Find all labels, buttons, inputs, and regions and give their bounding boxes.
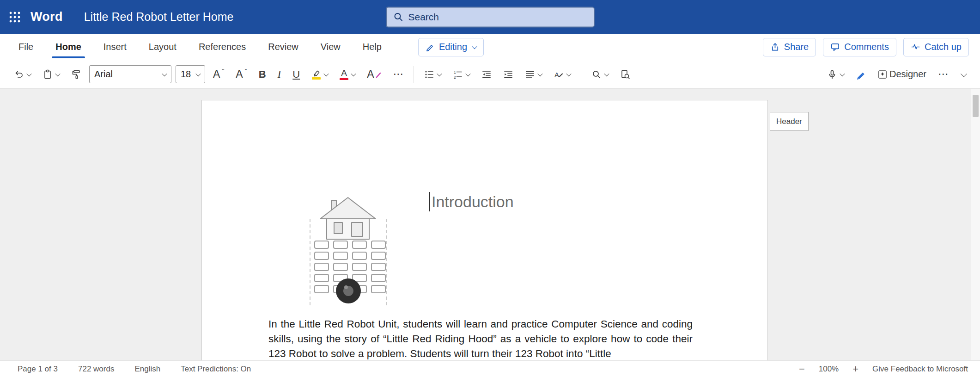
undo-icon [14,69,24,80]
vertical-scrollbar[interactable] [971,89,980,360]
more-formatting-button[interactable]: ⋯ [389,66,407,83]
clear-formatting-button[interactable]: A [363,66,385,83]
activity-pulse-icon [911,42,920,52]
microphone-icon [827,69,837,80]
page-count[interactable]: Page 1 of 3 [18,365,58,374]
font-name-value: Arial [94,69,113,80]
language-indicator[interactable]: English [134,365,160,374]
toolbar-divider [581,66,581,83]
document-page[interactable]: Introduction In the Little Red Robot Uni… [201,100,768,360]
format-painter-button[interactable] [67,66,85,83]
tab-references[interactable]: References [188,34,257,60]
chevron-down-icon [351,71,356,76]
font-size-select[interactable]: 18 [176,65,205,83]
styles-button[interactable]: A [550,66,574,83]
share-button[interactable]: Share [763,38,816,56]
bullets-button[interactable] [420,66,445,83]
status-bar: Page 1 of 3 722 words English Text Predi… [0,360,980,377]
increase-indent-button[interactable] [499,66,517,83]
paste-button[interactable] [39,66,63,83]
tab-review[interactable]: Review [257,34,310,60]
app-launcher-button[interactable] [0,0,30,34]
highlighter-icon [311,69,321,80]
tab-insert[interactable]: Insert [92,34,138,60]
catch-up-label: Catch up [925,42,962,52]
tab-layout[interactable]: Layout [138,34,188,60]
find-button[interactable] [588,66,612,83]
align-button[interactable] [521,66,546,83]
numbering-button[interactable]: 1 2 [449,66,474,83]
ribbon-tab-row: File Home Insert Layout References Revie… [0,34,980,60]
document-search-button[interactable] [616,66,634,83]
text-predictions-toggle[interactable]: Text Predictions: On [181,365,251,374]
tab-view[interactable]: View [310,34,352,60]
chevron-down-icon [162,71,167,76]
page-search-icon [620,69,630,80]
chevron-down-icon [323,71,329,76]
outdent-icon [481,69,492,80]
clipboard-icon [43,69,53,80]
numbered-list-icon: 1 2 [453,69,463,80]
comments-button[interactable]: Comments [823,38,896,56]
share-icon [770,42,780,52]
chevron-down-icon [195,71,201,76]
underline-button[interactable]: U [289,66,304,83]
zoom-in-button[interactable]: + [852,364,858,374]
align-justify-icon [525,69,535,80]
dictate-button[interactable] [823,66,848,83]
feedback-link[interactable]: Give Feedback to Microsoft [872,365,968,374]
document-image[interactable] [307,192,390,309]
pencil-icon [426,43,435,52]
header-label: Header [770,112,809,131]
font-color-button[interactable]: A [336,65,359,83]
chevron-down-icon [437,71,442,76]
tab-file[interactable]: File [7,34,44,60]
tab-home[interactable]: Home [44,34,92,60]
designer-label: Designer [889,69,926,80]
shrink-font-icon: A [236,69,243,80]
toolbar-overflow-button[interactable]: ⋯ [934,66,952,83]
chevron-down-icon [466,71,471,76]
svg-text:2: 2 [454,74,456,79]
decrease-indent-button[interactable] [478,66,495,83]
undo-button[interactable] [10,66,35,83]
house-robot-sketch [307,192,390,309]
chevron-down-icon [26,71,31,76]
zoom-level[interactable]: 100% [819,365,839,374]
editing-label: Editing [439,42,467,52]
editing-mode-button[interactable]: Editing [418,38,484,56]
document-paragraph: In the Little Red Robot Unit, students w… [268,317,693,360]
font-size-value: 18 [181,69,191,80]
document-title[interactable]: Little Red Robot Letter Home [84,10,234,24]
font-name-select[interactable]: Arial [89,65,171,83]
tab-help[interactable]: Help [352,34,393,60]
scrollbar-thumb[interactable] [973,95,979,117]
chevron-down-icon [566,71,572,76]
zoom-out-button[interactable]: − [799,364,805,374]
app-name[interactable]: Word [30,10,63,24]
status-left: Page 1 of 3 722 words English Text Predi… [18,365,251,374]
designer-button[interactable]: Designer [874,66,930,83]
document-heading: Introduction [429,192,514,211]
share-label: Share [784,42,809,52]
highlight-color-button[interactable] [308,66,332,83]
ribbon-right-actions: Share Comments Catch up [763,38,969,56]
bold-button[interactable]: B [255,66,270,83]
chevron-down-icon [961,70,967,77]
italic-button[interactable]: I [274,66,285,83]
heading-text: Introduction [432,193,514,211]
collapse-ribbon-button[interactable] [956,69,970,80]
catch-up-button[interactable]: Catch up [903,38,969,56]
word-count[interactable]: 722 words [78,365,114,374]
svg-text:A: A [554,70,559,78]
editor-pen-icon [856,69,866,80]
grow-font-button[interactable]: A ˆ [209,66,228,83]
underline-icon: U [292,69,300,80]
shrink-font-button[interactable]: A ˇ [232,66,250,83]
chevron-down-icon [604,71,609,76]
search-input[interactable] [408,12,587,23]
chevron-down-icon [472,43,477,49]
document-canvas: Introduction In the Little Red Robot Uni… [0,89,980,360]
editor-button[interactable] [852,66,870,83]
search-box[interactable] [386,6,595,27]
